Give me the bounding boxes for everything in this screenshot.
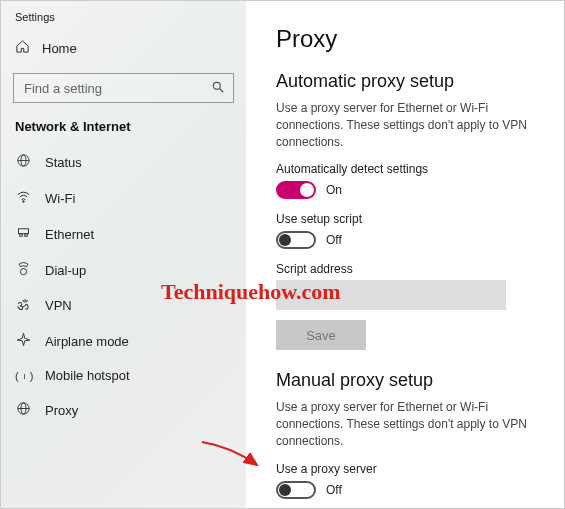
- home-label: Home: [42, 41, 77, 56]
- detect-settings-state: On: [326, 183, 342, 197]
- ethernet-icon: [15, 225, 31, 243]
- search-box[interactable]: [13, 73, 234, 103]
- sidebar-item-wifi[interactable]: Wi-Fi: [1, 180, 246, 216]
- use-proxy-state: Off: [326, 483, 342, 497]
- sidebar-item-proxy[interactable]: Proxy: [1, 392, 246, 428]
- use-proxy-toggle[interactable]: [276, 481, 316, 499]
- sidebar-item-label: Dial-up: [45, 263, 86, 278]
- sidebar-item-airplane[interactable]: Airplane mode: [1, 323, 246, 359]
- svg-rect-7: [19, 234, 22, 237]
- search-icon: [211, 80, 225, 97]
- script-address-label: Script address: [276, 262, 544, 276]
- script-address-input[interactable]: [276, 280, 506, 310]
- setup-script-label: Use setup script: [276, 212, 544, 226]
- hotspot-icon: (၊): [15, 370, 31, 382]
- main-content: Proxy Automatic proxy setup Use a proxy …: [246, 1, 564, 508]
- sidebar: Settings Home Network & Internet Status …: [1, 1, 246, 508]
- vpn-icon: ॐ: [15, 297, 31, 314]
- sidebar-item-label: Airplane mode: [45, 334, 129, 349]
- auto-setup-desc: Use a proxy server for Ethernet or Wi-Fi…: [276, 100, 544, 150]
- manual-setup-desc: Use a proxy server for Ethernet or Wi-Fi…: [276, 399, 544, 449]
- save-button[interactable]: Save: [276, 320, 366, 350]
- auto-setup-heading: Automatic proxy setup: [276, 71, 544, 92]
- app-title: Settings: [1, 11, 246, 29]
- sidebar-item-label: Mobile hotspot: [45, 368, 130, 383]
- setup-script-state: Off: [326, 233, 342, 247]
- home-icon: [15, 39, 30, 57]
- sidebar-item-dialup[interactable]: Dial-up: [1, 252, 246, 288]
- sidebar-item-vpn[interactable]: ॐ VPN: [1, 288, 246, 323]
- wifi-icon: [15, 189, 31, 207]
- dialup-icon: [15, 261, 31, 279]
- setup-script-toggle[interactable]: [276, 231, 316, 249]
- sidebar-item-label: Status: [45, 155, 82, 170]
- proxy-icon: [15, 401, 31, 419]
- sidebar-item-label: Ethernet: [45, 227, 94, 242]
- detect-settings-label: Automatically detect settings: [276, 162, 544, 176]
- globe-icon: [15, 153, 31, 171]
- sidebar-item-label: VPN: [45, 298, 72, 313]
- home-button[interactable]: Home: [1, 29, 246, 67]
- use-proxy-label: Use a proxy server: [276, 462, 544, 476]
- sidebar-item-ethernet[interactable]: Ethernet: [1, 216, 246, 252]
- manual-setup-heading: Manual proxy setup: [276, 370, 544, 391]
- sidebar-item-hotspot[interactable]: (၊) Mobile hotspot: [1, 359, 246, 392]
- svg-point-5: [22, 201, 24, 203]
- section-heading: Network & Internet: [1, 115, 246, 144]
- svg-point-9: [20, 269, 26, 275]
- airplane-icon: [15, 332, 31, 350]
- search-input[interactable]: [24, 81, 211, 96]
- sidebar-item-label: Proxy: [45, 403, 78, 418]
- sidebar-item-status[interactable]: Status: [1, 144, 246, 180]
- svg-line-1: [220, 88, 224, 92]
- sidebar-item-label: Wi-Fi: [45, 191, 75, 206]
- svg-rect-8: [24, 234, 27, 237]
- svg-point-0: [213, 82, 220, 89]
- page-title: Proxy: [276, 25, 544, 53]
- svg-rect-6: [18, 229, 28, 234]
- detect-settings-toggle[interactable]: [276, 181, 316, 199]
